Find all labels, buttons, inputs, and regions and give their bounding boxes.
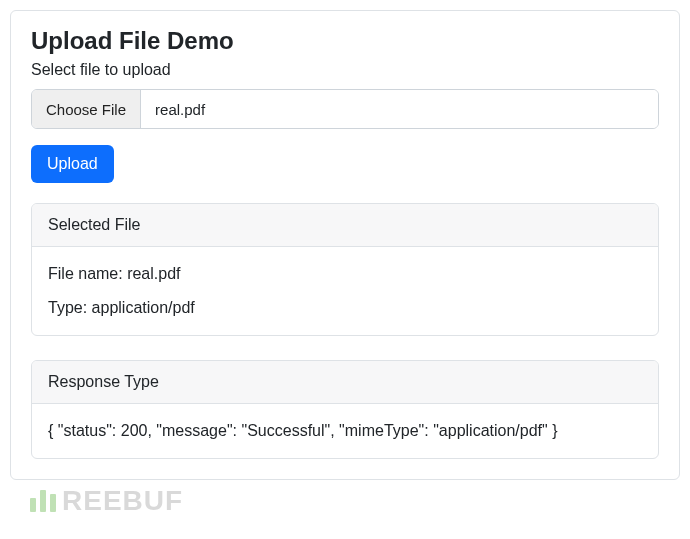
response-card-body: { "status": 200, "message": "Successful"… (32, 404, 658, 458)
choose-file-button[interactable]: Choose File (32, 90, 141, 128)
watermark: REEBUF (30, 485, 183, 490)
selected-file-name: real.pdf (141, 90, 658, 128)
response-card-header: Response Type (32, 361, 658, 404)
file-input[interactable]: Choose File real.pdf (31, 89, 659, 129)
upload-demo-panel: Upload File Demo Select file to upload C… (10, 10, 680, 480)
file-type-line: Type: application/pdf (48, 299, 642, 317)
selected-file-card-header: Selected File (32, 204, 658, 247)
file-name-line: File name: real.pdf (48, 265, 642, 283)
response-card: Response Type { "status": 200, "message"… (31, 360, 659, 459)
page-title: Upload File Demo (31, 27, 659, 55)
watermark-text: REEBUF (62, 485, 183, 490)
response-json-text: { "status": 200, "message": "Successful"… (48, 422, 642, 440)
upload-button[interactable]: Upload (31, 145, 114, 183)
selected-file-card-body: File name: real.pdf Type: application/pd… (32, 247, 658, 335)
selected-file-card: Selected File File name: real.pdf Type: … (31, 203, 659, 336)
page-subtitle: Select file to upload (31, 61, 659, 79)
